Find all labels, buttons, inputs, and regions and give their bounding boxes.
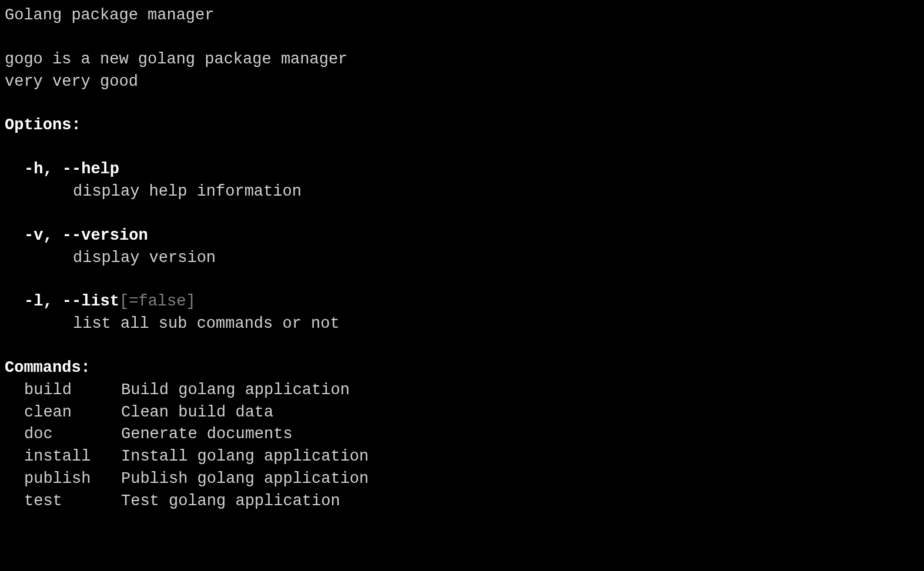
command-publish-name: publish — [24, 468, 121, 491]
option-list-desc: list all sub commands or not — [5, 313, 919, 335]
command-publish-desc: Publish golang application — [121, 470, 369, 488]
option-help-flags: -h, --help — [5, 159, 919, 181]
command-doc-name: doc — [24, 424, 121, 446]
command-test: testTest golang application — [5, 491, 919, 513]
command-doc: docGenerate documents — [5, 424, 919, 446]
commands-header: Commands: — [5, 357, 919, 379]
command-doc-desc: Generate documents — [121, 425, 293, 443]
option-version-flags-text: -v, --version — [24, 227, 148, 244]
command-install-name: install — [24, 446, 121, 468]
option-list-flags: -l, --list[=false] — [5, 291, 919, 313]
option-list-default: [=false] — [119, 293, 196, 310]
command-install-desc: Install golang application — [121, 448, 369, 465]
command-build-name: build — [24, 379, 121, 402]
app-description: gogo is a new golang package manager ver… — [5, 49, 919, 93]
option-version-desc: display version — [5, 247, 919, 270]
command-clean-name: clean — [24, 402, 121, 424]
command-build-desc: Build golang application — [121, 381, 350, 399]
description-line-1: gogo is a new golang package manager — [5, 49, 919, 71]
command-publish: publishPublish golang application — [5, 468, 919, 491]
option-help: -h, --help display help information — [5, 159, 919, 203]
option-help-flags-text: -h, --help — [24, 160, 119, 178]
command-test-desc: Test golang application — [121, 492, 340, 510]
option-list: -l, --list[=false] list all sub commands… — [5, 291, 919, 335]
options-header: Options: — [5, 115, 919, 137]
command-test-name: test — [24, 491, 121, 513]
description-line-2: very very good — [5, 71, 919, 93]
option-list-flags-text: -l, --list — [24, 293, 119, 310]
command-clean: cleanClean build data — [5, 402, 919, 424]
command-install: installInstall golang application — [5, 446, 919, 468]
option-help-desc: display help information — [5, 181, 919, 203]
app-title: Golang package manager — [5, 5, 919, 27]
option-version-flags: -v, --version — [5, 225, 919, 247]
command-clean-desc: Clean build data — [121, 404, 273, 421]
command-build: buildBuild golang application — [5, 379, 919, 402]
option-version: -v, --version display version — [5, 225, 919, 270]
